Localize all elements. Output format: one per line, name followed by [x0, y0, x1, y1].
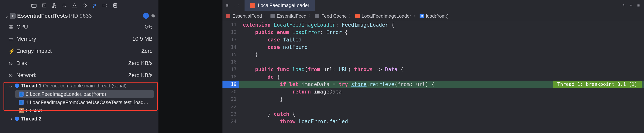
- breakpoint-icon[interactable]: [102, 3, 108, 8]
- disk-icon: ⊜: [8, 60, 16, 66]
- line-number[interactable]: 15: [222, 51, 239, 58]
- view-options-icon[interactable]: ◉: [151, 13, 155, 19]
- jump-seg[interactable]: EssentialFeed: [277, 13, 306, 19]
- adjust-icon[interactable]: ≡|: [630, 4, 633, 7]
- line-number[interactable]: 20: [222, 88, 239, 95]
- gauge-cpu[interactable]: ▦ CPU 0%: [8, 21, 158, 33]
- thread-1: ⌄ Thread 1 Queue: com.apple.main-thread …: [0, 81, 158, 115]
- folder-icon: [270, 14, 275, 18]
- debug-icon[interactable]: [92, 3, 98, 8]
- gauge-label: Energy Impact: [16, 48, 141, 54]
- thread-header[interactable]: ⌄ Thread 1 Queue: com.apple.main-thread …: [8, 81, 158, 90]
- svg-rect-3: [54, 4, 55, 5]
- svg-line-2: [43, 5, 45, 7]
- collapsed-pane: [158, 0, 222, 133]
- user-frame-icon: 👤: [19, 91, 24, 97]
- user-frame-icon: 👤: [19, 100, 24, 105]
- thread-2[interactable]: ⌄ Thread 2: [0, 115, 158, 123]
- svg-rect-5: [55, 6, 56, 8]
- thread-icon: [15, 116, 19, 121]
- gauge-energy[interactable]: ⚡ Energy Impact Zero: [8, 45, 158, 57]
- chevron-right-icon: 〉: [308, 13, 313, 19]
- frame-index: 1: [26, 99, 28, 105]
- line-number[interactable]: 14: [222, 43, 239, 51]
- chevron-down-icon[interactable]: ⌄: [8, 83, 13, 89]
- stack-frame-1[interactable]: 👤 1 LoadFeedImageFromCacheUseCaseTests.t…: [15, 98, 154, 106]
- swift-icon: [355, 14, 360, 18]
- gauge-label: Network: [16, 72, 128, 78]
- grid-icon[interactable]: ⊞: [226, 4, 228, 7]
- line-number[interactable]: 12: [222, 29, 239, 36]
- back-icon[interactable]: 〈: [232, 3, 235, 8]
- process-row[interactable]: ⌄ EssentialFeedTests PID 9633 i ◉: [0, 11, 158, 21]
- frame-label: LoadFeedImageFromCacheUseCaseTests.test_…: [30, 99, 148, 105]
- asm-frame-icon: A: [19, 108, 24, 113]
- report-icon[interactable]: [112, 3, 118, 8]
- info-badge[interactable]: i: [143, 13, 149, 19]
- gauge-label: Disk: [16, 60, 128, 66]
- navigator-toolbar: [0, 0, 158, 11]
- gauge-value: 10,9 MB: [132, 36, 158, 42]
- editor-tabbar: ⊞ 〈 〉 LocalFeedImageLoader ↻ ≡| ⊞: [222, 0, 644, 11]
- jump-seg[interactable]: EssentialFeed: [232, 13, 262, 19]
- line-number-current[interactable]: 19: [222, 81, 239, 88]
- gauge-label: CPU: [16, 24, 145, 30]
- folder-icon: [315, 14, 319, 18]
- file-tab[interactable]: LocalFeedImageLoader: [244, 0, 315, 11]
- refresh-icon[interactable]: ↻: [623, 4, 625, 7]
- frame-index: 0: [26, 91, 28, 97]
- line-number[interactable]: 16: [222, 58, 239, 66]
- process-pid: PID 9633: [69, 13, 92, 19]
- file-tab-label: LocalFeedImageLoader: [258, 3, 309, 8]
- process-name: EssentialFeedTests: [17, 13, 68, 19]
- swift-icon: [250, 3, 255, 8]
- svg-rect-4: [52, 6, 54, 8]
- energy-icon: ⚡: [8, 48, 16, 54]
- line-number[interactable]: 17: [222, 66, 239, 73]
- line-number[interactable]: 13: [222, 36, 239, 43]
- line-number[interactable]: 24: [222, 118, 239, 125]
- symbol-icon[interactable]: [52, 3, 57, 8]
- chevron-right-icon: 〉: [349, 13, 354, 19]
- issues-icon[interactable]: [72, 3, 77, 8]
- line-number[interactable]: 23: [222, 110, 239, 118]
- line-number[interactable]: 22: [222, 103, 239, 110]
- thread-name: Thread 1: [21, 83, 41, 89]
- gauge-value: Zero KB/s: [128, 60, 158, 66]
- chevron-right-icon[interactable]: ⌄: [8, 116, 14, 121]
- chevron-down-icon[interactable]: ⌄: [4, 13, 9, 19]
- gauge-disk[interactable]: ⊜ Disk Zero KB/s: [8, 57, 158, 69]
- tests-icon[interactable]: [82, 3, 88, 8]
- line-gutter[interactable]: 11 12 13 14 15 16 17 18 19 20 21 22 23 2…: [222, 21, 239, 133]
- svg-line-11: [65, 6, 66, 7]
- svg-point-10: [63, 4, 65, 6]
- search-icon[interactable]: [62, 3, 67, 8]
- line-number[interactable]: 18: [222, 73, 239, 81]
- code-area: 11 12 13 14 15 16 17 18 19 20 21 22 23 2…: [222, 21, 644, 133]
- gauges: ▦ CPU 0% ▭ Memory 10,9 MB ⚡ Energy Impac…: [0, 21, 158, 81]
- jump-seg[interactable]: LocalFeedImageLoader: [362, 13, 411, 19]
- forward-icon[interactable]: 〉: [238, 3, 241, 8]
- jump-seg[interactable]: load(from:): [426, 13, 448, 19]
- stack-frame-0[interactable]: 👤 0 LocalFeedImageLoader.load(from:): [15, 90, 154, 98]
- split-icon[interactable]: ⊞: [637, 4, 640, 7]
- code-text[interactable]: extension LocalFeedImageLoader: FeedImag…: [239, 21, 644, 133]
- debug-navigator: ⌄ EssentialFeedTests PID 9633 i ◉ ▦ CPU …: [0, 0, 158, 133]
- memory-icon: ▭: [8, 36, 16, 42]
- frame-label: 60 start: [26, 108, 42, 113]
- jump-seg[interactable]: Feed Cache: [321, 13, 347, 19]
- line-number[interactable]: 11: [222, 21, 239, 29]
- project-icon: [226, 14, 230, 18]
- gauge-memory[interactable]: ▭ Memory 10,9 MB: [8, 33, 158, 45]
- frame-label: LocalFeedImageLoader.load(from:): [30, 91, 106, 97]
- source-control-icon[interactable]: [41, 3, 47, 8]
- folder-icon[interactable]: [31, 3, 37, 8]
- line-number[interactable]: 21: [222, 95, 239, 103]
- stack-frame-start[interactable]: A 60 start: [15, 106, 154, 115]
- jump-bar[interactable]: EssentialFeed 〉 EssentialFeed 〉 Feed Cac…: [222, 11, 644, 21]
- breakpoint-annotation[interactable]: Thread 1: breakpoint 3.1 (1): [553, 81, 642, 88]
- thread-queue: Queue: com.apple.main-thread (serial): [43, 83, 126, 89]
- chevron-right-icon: 〉: [413, 13, 418, 19]
- gauge-network[interactable]: ⊛ Network Zero KB/s: [8, 69, 158, 81]
- chevron-right-icon: 〉: [264, 13, 268, 19]
